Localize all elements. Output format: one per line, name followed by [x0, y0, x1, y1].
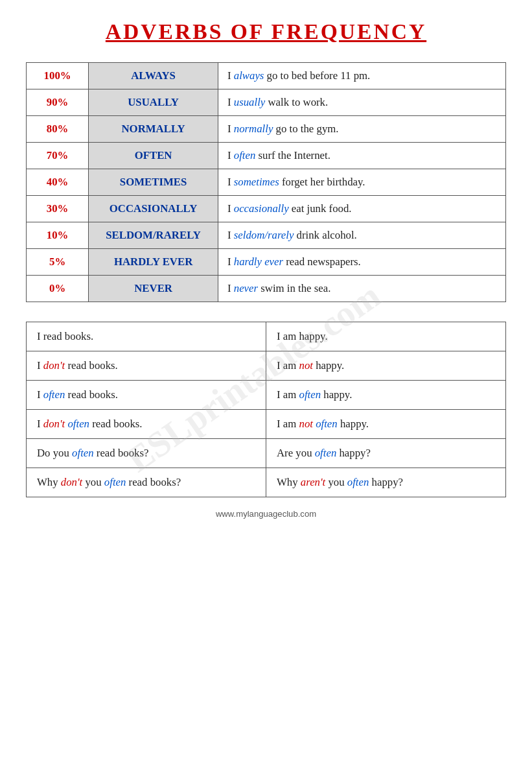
red-text: not [299, 359, 312, 372]
blue-text: often [104, 476, 126, 488]
table-row: 30%OCCASIONALLYI occasionally eat junk f… [27, 196, 506, 222]
blue-text: often [299, 388, 321, 401]
adverb-in-example: normally [234, 123, 273, 135]
example-cell: I usually walk to work. [218, 89, 505, 116]
adverb-cell: USUALLY [89, 89, 218, 116]
page-wrapper: ESLprintables.com ADVERBS OF FREQUENCY 1… [26, 19, 506, 519]
adverb-cell: ALWAYS [89, 63, 218, 89]
right-example: I am not often happy. [266, 410, 506, 439]
right-example: I am often happy. [266, 381, 506, 410]
percent-cell: 90% [27, 89, 89, 116]
adverb-in-example: hardly ever [234, 255, 283, 268]
table-row: 90%USUALLYI usually walk to work. [27, 89, 506, 116]
percent-cell: 80% [27, 116, 89, 143]
example-cell: I sometimes forget her birthday. [218, 169, 505, 196]
list-item: Why don't you often read books?Why aren'… [27, 468, 506, 497]
example-cell: I often surf the Internet. [218, 143, 505, 169]
adverb-in-example: never [234, 282, 258, 294]
blue-text: often [43, 388, 65, 401]
right-example: Why aren't you often happy? [266, 468, 506, 497]
list-item: I don't read books.I am not happy. [27, 351, 506, 381]
red-text: don't [43, 359, 65, 372]
blue-text: often [347, 476, 369, 488]
left-example: I don't often read books. [27, 410, 266, 439]
blue-text: often [72, 447, 94, 459]
blue-text: often [315, 447, 337, 459]
blue-text: often [67, 418, 89, 430]
adverb-cell: NEVER [89, 276, 218, 302]
table-row: 0%NEVERI never swim in the sea. [27, 276, 506, 302]
example-cell: I normally go to the gym. [218, 116, 505, 143]
example-cell: I hardly ever read newspapers. [218, 249, 505, 276]
adverb-cell: NORMALLY [89, 116, 218, 143]
adverb-in-example: usually [234, 96, 265, 108]
right-example: I am not happy. [266, 351, 506, 381]
percent-cell: 5% [27, 249, 89, 276]
left-example: I don't read books. [27, 351, 266, 381]
adverb-in-example: sometimes [234, 176, 279, 188]
percent-cell: 30% [27, 196, 89, 222]
page-title: ADVERBS OF FREQUENCY [26, 19, 506, 44]
left-example: I read books. [27, 322, 266, 351]
adverb-in-example: seldom/rarely [234, 229, 294, 241]
percent-cell: 0% [27, 276, 89, 302]
table-row: 10%SELDOM/RARELYI seldom/rarely drink al… [27, 222, 506, 249]
percent-cell: 40% [27, 169, 89, 196]
adverb-cell: OCCASIONALLY [89, 196, 218, 222]
left-example: Do you often read books? [27, 439, 266, 468]
list-item: I don't often read books.I am not often … [27, 410, 506, 439]
adverb-in-example: always [234, 69, 264, 82]
percent-cell: 100% [27, 63, 89, 89]
adverb-cell: HARDLY EVER [89, 249, 218, 276]
left-example: I often read books. [27, 381, 266, 410]
adverb-in-example: occasionally [234, 202, 289, 215]
examples-table: I read books.I am happy.I don't read boo… [26, 322, 506, 497]
list-item: I read books.I am happy. [27, 322, 506, 351]
right-example: I am happy. [266, 322, 506, 351]
blue-text: often [316, 418, 338, 430]
adverb-in-example: often [234, 149, 256, 161]
table-row: 100%ALWAYSI always go to bed before 11 p… [27, 63, 506, 89]
example-cell: I always go to bed before 11 pm. [218, 63, 505, 89]
frequency-table: 100%ALWAYSI always go to bed before 11 p… [26, 62, 506, 302]
example-cell: I occasionally eat junk food. [218, 196, 505, 222]
red-text: don't [61, 476, 82, 488]
adverb-cell: OFTEN [89, 143, 218, 169]
list-item: Do you often read books?Are you often ha… [27, 439, 506, 468]
table-row: 40%SOMETIMESI sometimes forget her birth… [27, 169, 506, 196]
left-example: Why don't you often read books? [27, 468, 266, 497]
table-row: 5%HARDLY EVERI hardly ever read newspape… [27, 249, 506, 276]
red-text: aren't [301, 476, 325, 488]
percent-cell: 10% [27, 222, 89, 249]
table-row: 70%OFTENI often surf the Internet. [27, 143, 506, 169]
example-cell: I seldom/rarely drink alcohol. [218, 222, 505, 249]
right-example: Are you often happy? [266, 439, 506, 468]
red-text: don't [43, 418, 65, 430]
adverb-cell: SELDOM/RARELY [89, 222, 218, 249]
red-text: not [299, 418, 312, 430]
example-cell: I never swim in the sea. [218, 276, 505, 302]
list-item: I often read books.I am often happy. [27, 381, 506, 410]
table-row: 80%NORMALLYI normally go to the gym. [27, 116, 506, 143]
percent-cell: 70% [27, 143, 89, 169]
footer-text: www.mylanguageclub.com [26, 509, 506, 519]
adverb-cell: SOMETIMES [89, 169, 218, 196]
